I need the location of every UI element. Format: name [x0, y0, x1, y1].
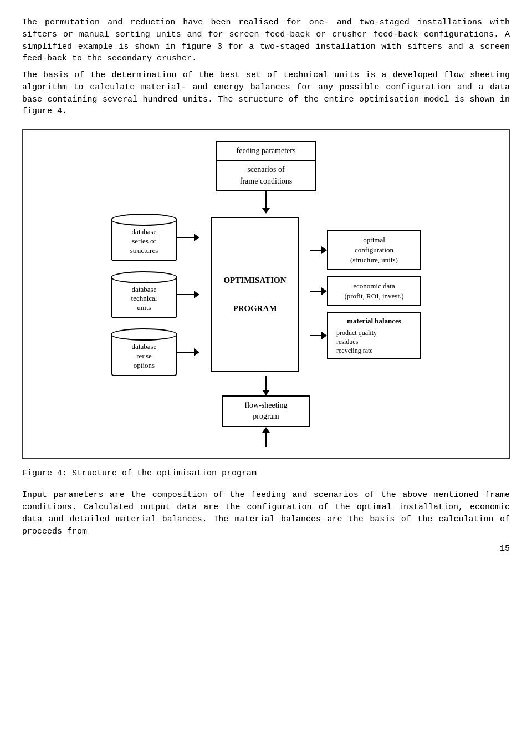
figure-caption: Figure 4: Structure of the optimisation …: [22, 468, 510, 480]
body-paragraph: Input parameters are the composition of …: [22, 489, 510, 537]
page-number: 15: [22, 543, 510, 555]
opt-to-out2-arrow: [310, 287, 327, 295]
body-text: Input parameters are the composition of …: [22, 489, 510, 537]
material-balances-item2: - residues: [332, 337, 416, 346]
flow-to-opt-arrow-up: [262, 427, 270, 447]
db2-row: databasetechnicalunits: [111, 271, 200, 319]
cyl-body-1: databaseseries ofstructures: [111, 220, 177, 261]
bottom-section: flow-sheetingprogram: [222, 376, 310, 447]
db1-to-opt-arrow: [177, 234, 200, 241]
feeding-params-box: feeding parameters: [217, 142, 315, 161]
db3-row: databasereuseoptions: [111, 328, 200, 376]
top-to-opt-arrow: [262, 191, 270, 214]
output2-row: economic data(profit, ROI, invest.): [310, 276, 421, 306]
material-balances-item3: - recycling rate: [332, 346, 416, 355]
paragraph-1: The permutation and reduction have been …: [22, 17, 510, 65]
main-section: databaseseries ofstructures: [29, 214, 503, 376]
opt-to-out3-arrow: [310, 332, 327, 339]
material-balances-title: material balances: [332, 316, 416, 326]
center-column: OPTIMISATION PROGRAM: [211, 217, 299, 372]
db3-to-opt-arrow: [177, 348, 200, 356]
database-technical-units: databasetechnicalunits: [111, 271, 177, 319]
cyl-top-2: [111, 271, 177, 283]
cyl-top-1: [111, 214, 177, 226]
opt-to-flow-arrow-down: [262, 376, 270, 395]
scenarios-box: scenarios offrame conditions: [217, 161, 315, 190]
economic-data-box: economic data(profit, ROI, invest.): [327, 276, 421, 306]
database-column: databaseseries ofstructures: [111, 214, 200, 376]
top-stacked-boxes: feeding parameters scenarios offrame con…: [216, 141, 316, 191]
flow-sheeting-box: flow-sheetingprogram: [222, 395, 310, 427]
optimisation-label: OPTIMISATION: [223, 275, 286, 287]
page-content: The permutation and reduction have been …: [22, 17, 510, 555]
paragraph-2: The basis of the determination of the be…: [22, 69, 510, 118]
optimisation-box: OPTIMISATION PROGRAM: [211, 217, 299, 372]
program-label: PROGRAM: [233, 303, 277, 315]
db1-row: databaseseries ofstructures: [111, 214, 200, 261]
material-balances-box: material balances - product quality - re…: [327, 312, 421, 359]
output3-row: material balances - product quality - re…: [310, 312, 421, 359]
output-column: optimalconfiguration(structure, units) e…: [310, 230, 421, 359]
top-input-boxes: feeding parameters scenarios offrame con…: [216, 141, 316, 214]
cyl-body-2: databasetechnicalunits: [111, 277, 177, 319]
figure-4-diagram: feeding parameters scenarios offrame con…: [22, 129, 510, 459]
intro-text: The permutation and reduction have been …: [22, 17, 510, 118]
cyl-body-3: databasereuseoptions: [111, 334, 177, 376]
db2-to-opt-arrow: [177, 291, 200, 298]
optimal-configuration-box: optimalconfiguration(structure, units): [327, 230, 421, 270]
database-reuse-options: databasereuseoptions: [111, 328, 177, 376]
diagram-layout: feeding parameters scenarios offrame con…: [29, 141, 503, 447]
material-balances-item1: - product quality: [332, 328, 416, 337]
opt-to-out1-arrow: [310, 246, 327, 254]
database-series-of-structures: databaseseries ofstructures: [111, 214, 177, 261]
output1-row: optimalconfiguration(structure, units): [310, 230, 421, 270]
